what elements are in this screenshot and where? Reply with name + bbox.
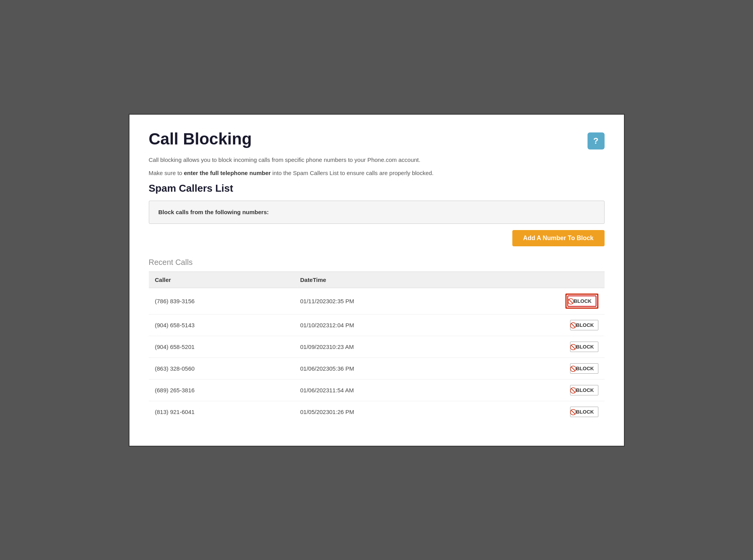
- table-row: (904) 658-514301/10/202312:04 PM⃠BLOCK: [149, 314, 605, 336]
- datetime-cell: 01/06/202311:54 AM: [294, 379, 479, 401]
- block-label: BLOCK: [576, 322, 594, 328]
- page-container: Call Blocking ? Call blocking allows you…: [129, 114, 625, 447]
- block-button[interactable]: ⃠BLOCK: [567, 295, 596, 307]
- action-cell: ⃠BLOCK: [479, 336, 605, 357]
- datetime-cell: 01/11/202302:35 PM: [294, 288, 479, 314]
- spam-callers-box: Block calls from the following numbers:: [149, 201, 605, 224]
- block-label: BLOCK: [576, 387, 594, 393]
- datetime-cell: 01/10/202312:04 PM: [294, 314, 479, 336]
- description2-suffix: into the Spam Callers List to ensure cal…: [271, 170, 434, 176]
- block-label: BLOCK: [574, 298, 591, 304]
- description2: Make sure to enter the full telephone nu…: [149, 169, 605, 178]
- table-header-row: Caller DateTime: [149, 271, 605, 288]
- caller-cell: (689) 265-3816: [149, 379, 294, 401]
- block-button[interactable]: ⃠BLOCK: [570, 407, 598, 417]
- action-cell: ⃠BLOCK: [479, 288, 605, 314]
- table-row: (786) 839-315601/11/202302:35 PM⃠BLOCK: [149, 288, 605, 314]
- help-button[interactable]: ?: [588, 132, 605, 149]
- datetime-cell: 01/05/202301:26 PM: [294, 401, 479, 423]
- datetime-cell: 01/06/202305:36 PM: [294, 357, 479, 379]
- header-row: Call Blocking ?: [149, 130, 605, 149]
- block-label: BLOCK: [576, 409, 594, 415]
- block-button-highlight-wrapper: ⃠BLOCK: [565, 294, 598, 309]
- description2-prefix: Make sure to: [149, 170, 184, 176]
- caller-cell: (863) 328-0560: [149, 357, 294, 379]
- col-header-datetime: DateTime: [294, 271, 479, 288]
- calls-table: Caller DateTime (786) 839-315601/11/2023…: [149, 271, 605, 423]
- recent-calls-title: Recent Calls: [149, 258, 605, 267]
- block-label: BLOCK: [576, 366, 594, 371]
- table-row: (813) 921-604101/05/202301:26 PM⃠BLOCK: [149, 401, 605, 423]
- caller-cell: (904) 658-5143: [149, 314, 294, 336]
- col-header-caller: Caller: [149, 271, 294, 288]
- description2-bold: enter the full telephone number: [184, 170, 271, 176]
- block-label: BLOCK: [576, 344, 594, 350]
- spam-section-title: Spam Callers List: [149, 182, 605, 194]
- action-cell: ⃠BLOCK: [479, 379, 605, 401]
- caller-cell: (813) 921-6041: [149, 401, 294, 423]
- block-button[interactable]: ⃠BLOCK: [570, 320, 598, 330]
- col-header-action: [479, 271, 605, 288]
- action-cell: ⃠BLOCK: [479, 357, 605, 379]
- action-cell: ⃠BLOCK: [479, 401, 605, 423]
- action-cell: ⃠BLOCK: [479, 314, 605, 336]
- add-number-row: Add A Number To Block: [149, 230, 605, 246]
- block-button[interactable]: ⃠BLOCK: [570, 385, 598, 395]
- block-button[interactable]: ⃠BLOCK: [570, 363, 598, 374]
- caller-cell: (786) 839-3156: [149, 288, 294, 314]
- table-row: (689) 265-381601/06/202311:54 AM⃠BLOCK: [149, 379, 605, 401]
- caller-cell: (904) 658-5201: [149, 336, 294, 357]
- spam-callers-label: Block calls from the following numbers:: [159, 209, 269, 215]
- add-number-button[interactable]: Add A Number To Block: [512, 230, 605, 246]
- table-row: (904) 658-520101/09/202310:23 AM⃠BLOCK: [149, 336, 605, 357]
- block-button[interactable]: ⃠BLOCK: [570, 342, 598, 352]
- table-row: (863) 328-056001/06/202305:36 PM⃠BLOCK: [149, 357, 605, 379]
- page-title: Call Blocking: [149, 130, 252, 148]
- description1: Call blocking allows you to block incomi…: [149, 156, 605, 165]
- datetime-cell: 01/09/202310:23 AM: [294, 336, 479, 357]
